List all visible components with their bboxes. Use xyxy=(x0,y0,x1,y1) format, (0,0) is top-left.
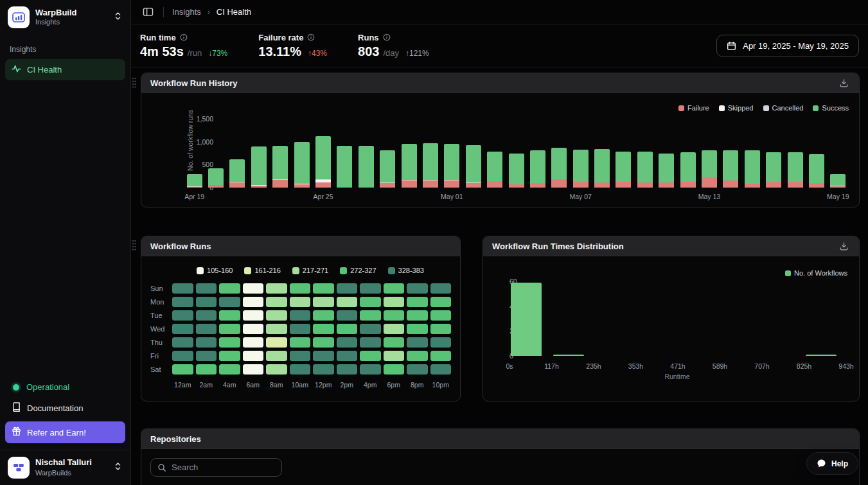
workspace-chevrons-icon[interactable] xyxy=(113,10,123,24)
heatmap-cell[interactable] xyxy=(266,364,287,375)
user-chevrons-icon[interactable] xyxy=(113,461,123,475)
heatmap-cell[interactable] xyxy=(196,324,217,334)
heatmap-cell[interactable] xyxy=(407,310,428,321)
heatmap-cell[interactable] xyxy=(407,283,428,294)
heatmap-cell[interactable] xyxy=(407,364,428,375)
history-bar[interactable] xyxy=(337,146,352,188)
heatmap-cell[interactable] xyxy=(384,310,405,321)
heatmap-cell[interactable] xyxy=(337,351,358,361)
history-bar[interactable] xyxy=(551,148,567,188)
history-bar[interactable] xyxy=(702,150,717,188)
history-bar[interactable] xyxy=(637,152,653,188)
heatmap-cell[interactable] xyxy=(243,364,264,375)
heatmap-cell[interactable] xyxy=(430,283,452,294)
history-bar[interactable] xyxy=(616,152,631,188)
history-bar[interactable] xyxy=(402,144,417,188)
heatmap-cell[interactable] xyxy=(407,297,428,307)
heatmap-cell[interactable] xyxy=(172,310,193,321)
heatmap-cell[interactable] xyxy=(337,310,358,321)
history-bar[interactable] xyxy=(444,144,459,188)
history-bar[interactable] xyxy=(745,150,760,188)
history-bar[interactable] xyxy=(788,152,803,188)
heatmap-cell[interactable] xyxy=(243,310,264,321)
heatmap-cell[interactable] xyxy=(290,351,311,361)
heatmap-cell[interactable] xyxy=(172,324,193,334)
heatmap-cell[interactable] xyxy=(313,337,334,348)
heatmap-cell[interactable] xyxy=(266,324,287,334)
heatmap-cell[interactable] xyxy=(196,364,217,375)
heatmap-cell[interactable] xyxy=(243,297,264,307)
heatmap-cell[interactable] xyxy=(337,297,358,307)
heatmap-cell[interactable] xyxy=(384,283,405,294)
sidebar-item-documentation[interactable]: Documentation xyxy=(5,397,125,419)
history-bar[interactable] xyxy=(208,168,224,188)
heatmap-cell[interactable] xyxy=(196,297,217,307)
heatmap-cell[interactable] xyxy=(313,297,334,307)
distribution-bar[interactable] xyxy=(553,355,584,356)
info-icon[interactable] xyxy=(307,33,315,41)
download-icon[interactable] xyxy=(838,77,850,89)
drag-handle-icon[interactable] xyxy=(132,77,136,89)
heatmap-cell[interactable] xyxy=(196,337,217,348)
heatmap-cell[interactable] xyxy=(430,364,452,375)
heatmap-cell[interactable] xyxy=(196,283,217,294)
heatmap-cell[interactable] xyxy=(266,297,287,307)
heatmap-cell[interactable] xyxy=(219,310,240,321)
history-bar[interactable] xyxy=(229,159,245,188)
history-bar[interactable] xyxy=(187,174,202,188)
sidebar-toggle-icon[interactable] xyxy=(141,6,155,18)
heatmap-cell[interactable] xyxy=(360,337,381,348)
history-bar[interactable] xyxy=(251,146,267,188)
history-bar[interactable] xyxy=(809,154,824,188)
heatmap-cell[interactable] xyxy=(172,351,193,361)
history-bar[interactable] xyxy=(466,145,481,188)
date-range-picker[interactable]: Apr 19, 2025 - May 19, 2025 xyxy=(716,35,859,57)
sidebar-item-ci-health[interactable]: CI Health xyxy=(5,59,125,80)
heatmap-cell[interactable] xyxy=(407,324,428,334)
history-bar[interactable] xyxy=(766,152,781,188)
heatmap-cell[interactable] xyxy=(430,324,452,334)
refer-and-earn-button[interactable]: Refer and Earn! xyxy=(5,421,125,443)
breadcrumb-insights[interactable]: Insights xyxy=(172,7,201,17)
heatmap-cell[interactable] xyxy=(243,324,264,334)
history-bar[interactable] xyxy=(723,150,738,188)
heatmap-cell[interactable] xyxy=(430,297,452,307)
heatmap-cell[interactable] xyxy=(407,337,428,348)
heatmap-cell[interactable] xyxy=(196,351,217,361)
heatmap-cell[interactable] xyxy=(266,283,287,294)
heatmap-cell[interactable] xyxy=(384,324,405,334)
heatmap-cell[interactable] xyxy=(172,337,193,348)
heatmap-cell[interactable] xyxy=(172,297,193,307)
user-menu[interactable]: Nischal Talluri WarpBuilds xyxy=(0,450,130,485)
heatmap-cell[interactable] xyxy=(313,310,334,321)
history-bar[interactable] xyxy=(487,152,502,188)
distribution-bar[interactable] xyxy=(806,355,837,356)
heatmap-cell[interactable] xyxy=(219,364,240,375)
info-icon[interactable] xyxy=(383,33,391,41)
history-bar[interactable] xyxy=(594,149,610,188)
search-input[interactable] xyxy=(172,463,275,472)
history-bar[interactable] xyxy=(530,150,545,188)
history-bar[interactable] xyxy=(294,142,310,188)
heatmap-cell[interactable] xyxy=(243,351,264,361)
heatmap-cell[interactable] xyxy=(219,324,240,334)
heatmap-cell[interactable] xyxy=(290,324,311,334)
heatmap-cell[interactable] xyxy=(384,297,405,307)
heatmap-cell[interactable] xyxy=(290,297,311,307)
heatmap-cell[interactable] xyxy=(266,351,287,361)
heatmap-cell[interactable] xyxy=(360,351,381,361)
download-icon[interactable] xyxy=(838,240,850,252)
history-bar[interactable] xyxy=(509,154,524,188)
help-button[interactable]: Help xyxy=(806,452,858,475)
heatmap-cell[interactable] xyxy=(384,364,405,375)
heatmap-cell[interactable] xyxy=(384,337,405,348)
heatmap-cell[interactable] xyxy=(337,364,358,375)
heatmap-cell[interactable] xyxy=(430,351,452,361)
heatmap-cell[interactable] xyxy=(313,351,334,361)
heatmap-cell[interactable] xyxy=(243,283,264,294)
repositories-search[interactable] xyxy=(150,458,282,477)
heatmap-cell[interactable] xyxy=(196,310,217,321)
history-bar[interactable] xyxy=(423,143,438,188)
history-bar[interactable] xyxy=(272,146,288,188)
heatmap-cell[interactable] xyxy=(360,297,381,307)
